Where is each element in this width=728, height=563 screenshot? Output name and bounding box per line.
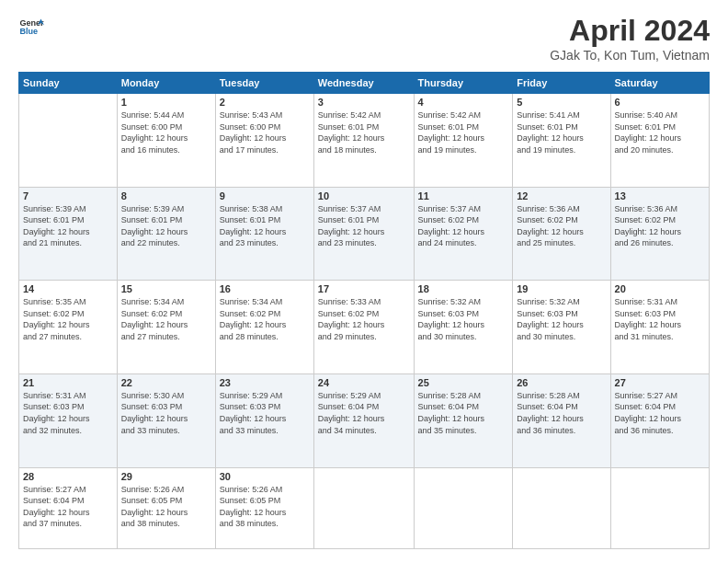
day-of-week-header: Saturday <box>610 73 709 94</box>
day-info: Sunrise: 5:31 AM Sunset: 6:03 PM Dayligh… <box>615 296 705 342</box>
day-info: Sunrise: 5:34 AM Sunset: 6:02 PM Dayligh… <box>121 296 211 342</box>
day-number: 24 <box>318 377 410 388</box>
day-info: Sunrise: 5:42 AM Sunset: 6:01 PM Dayligh… <box>418 109 509 155</box>
day-of-week-header: Monday <box>117 73 215 94</box>
day-number: 27 <box>615 377 705 388</box>
calendar-day-cell: 28Sunrise: 5:27 AM Sunset: 6:04 PM Dayli… <box>19 467 118 549</box>
day-number: 18 <box>418 283 509 294</box>
calendar-day-cell <box>610 467 709 549</box>
calendar-day-cell: 17Sunrise: 5:33 AM Sunset: 6:02 PM Dayli… <box>313 281 414 374</box>
calendar-day-cell <box>19 94 118 188</box>
day-info: Sunrise: 5:29 AM Sunset: 6:04 PM Dayligh… <box>318 390 410 436</box>
calendar-week-row: 14Sunrise: 5:35 AM Sunset: 6:02 PM Dayli… <box>19 281 710 374</box>
day-number: 6 <box>615 97 705 108</box>
day-number: 3 <box>318 97 410 108</box>
calendar-day-cell: 16Sunrise: 5:34 AM Sunset: 6:02 PM Dayli… <box>215 281 313 374</box>
calendar-day-cell: 5Sunrise: 5:41 AM Sunset: 6:01 PM Daylig… <box>513 94 610 188</box>
calendar-day-cell: 10Sunrise: 5:37 AM Sunset: 6:01 PM Dayli… <box>313 187 414 281</box>
day-number: 25 <box>418 377 509 388</box>
logo-icon: General Blue <box>18 14 44 40</box>
day-info: Sunrise: 5:39 AM Sunset: 6:01 PM Dayligh… <box>121 203 211 249</box>
day-number: 11 <box>418 190 509 201</box>
calendar-day-cell: 12Sunrise: 5:36 AM Sunset: 6:02 PM Dayli… <box>513 187 610 281</box>
day-number: 9 <box>220 190 310 201</box>
calendar-day-cell: 21Sunrise: 5:31 AM Sunset: 6:03 PM Dayli… <box>19 373 118 467</box>
day-number: 2 <box>220 97 310 108</box>
calendar-day-cell: 26Sunrise: 5:28 AM Sunset: 6:04 PM Dayli… <box>513 373 610 467</box>
day-info: Sunrise: 5:33 AM Sunset: 6:02 PM Dayligh… <box>318 296 410 342</box>
calendar-day-cell: 22Sunrise: 5:30 AM Sunset: 6:03 PM Dayli… <box>117 373 215 467</box>
day-info: Sunrise: 5:44 AM Sunset: 6:00 PM Dayligh… <box>121 109 211 155</box>
day-info: Sunrise: 5:35 AM Sunset: 6:02 PM Dayligh… <box>23 296 113 342</box>
day-info: Sunrise: 5:26 AM Sunset: 6:05 PM Dayligh… <box>220 484 310 530</box>
calendar-day-cell: 3Sunrise: 5:42 AM Sunset: 6:01 PM Daylig… <box>313 94 414 188</box>
day-info: Sunrise: 5:42 AM Sunset: 6:01 PM Dayligh… <box>318 109 410 155</box>
location: GJak To, Kon Tum, Vietnam <box>550 48 710 63</box>
day-info: Sunrise: 5:37 AM Sunset: 6:02 PM Dayligh… <box>418 203 509 249</box>
day-of-week-header: Sunday <box>19 73 118 94</box>
day-number: 15 <box>121 283 211 294</box>
day-info: Sunrise: 5:43 AM Sunset: 6:00 PM Dayligh… <box>220 109 310 155</box>
day-info: Sunrise: 5:29 AM Sunset: 6:03 PM Dayligh… <box>220 390 310 436</box>
day-number: 22 <box>121 377 211 388</box>
calendar-day-cell <box>414 467 513 549</box>
day-info: Sunrise: 5:28 AM Sunset: 6:04 PM Dayligh… <box>517 390 606 436</box>
calendar-day-cell: 24Sunrise: 5:29 AM Sunset: 6:04 PM Dayli… <box>313 373 414 467</box>
day-number: 20 <box>615 283 705 294</box>
calendar-day-cell: 27Sunrise: 5:27 AM Sunset: 6:04 PM Dayli… <box>610 373 709 467</box>
day-info: Sunrise: 5:32 AM Sunset: 6:03 PM Dayligh… <box>418 296 509 342</box>
calendar-week-row: 7Sunrise: 5:39 AM Sunset: 6:01 PM Daylig… <box>19 187 710 281</box>
calendar-day-cell: 23Sunrise: 5:29 AM Sunset: 6:03 PM Dayli… <box>215 373 313 467</box>
calendar-day-cell: 18Sunrise: 5:32 AM Sunset: 6:03 PM Dayli… <box>414 281 513 374</box>
day-number: 1 <box>121 97 211 108</box>
calendar-week-row: 21Sunrise: 5:31 AM Sunset: 6:03 PM Dayli… <box>19 373 710 467</box>
calendar-day-cell: 2Sunrise: 5:43 AM Sunset: 6:00 PM Daylig… <box>215 94 313 188</box>
day-of-week-header: Wednesday <box>313 73 414 94</box>
day-number: 8 <box>121 190 211 201</box>
day-info: Sunrise: 5:40 AM Sunset: 6:01 PM Dayligh… <box>615 109 705 155</box>
day-info: Sunrise: 5:27 AM Sunset: 6:04 PM Dayligh… <box>615 390 705 436</box>
calendar-day-cell: 29Sunrise: 5:26 AM Sunset: 6:05 PM Dayli… <box>117 467 215 549</box>
day-number: 12 <box>517 190 606 201</box>
day-number: 4 <box>418 97 509 108</box>
day-number: 14 <box>23 283 113 294</box>
calendar-day-cell: 6Sunrise: 5:40 AM Sunset: 6:01 PM Daylig… <box>610 94 709 188</box>
day-info: Sunrise: 5:28 AM Sunset: 6:04 PM Dayligh… <box>418 390 509 436</box>
calendar-day-cell: 19Sunrise: 5:32 AM Sunset: 6:03 PM Dayli… <box>513 281 610 374</box>
header: General Blue April 2024 GJak To, Kon Tum… <box>18 14 710 63</box>
day-info: Sunrise: 5:26 AM Sunset: 6:05 PM Dayligh… <box>121 484 211 530</box>
calendar-week-row: 1Sunrise: 5:44 AM Sunset: 6:00 PM Daylig… <box>19 94 710 188</box>
day-number: 21 <box>23 377 113 388</box>
day-of-week-header: Thursday <box>414 73 513 94</box>
day-number: 29 <box>121 471 211 482</box>
day-info: Sunrise: 5:38 AM Sunset: 6:01 PM Dayligh… <box>220 203 310 249</box>
day-of-week-header: Friday <box>513 73 610 94</box>
calendar-table: SundayMondayTuesdayWednesdayThursdayFrid… <box>18 72 710 549</box>
page: General Blue April 2024 GJak To, Kon Tum… <box>0 0 728 563</box>
calendar-day-cell: 4Sunrise: 5:42 AM Sunset: 6:01 PM Daylig… <box>414 94 513 188</box>
day-number: 10 <box>318 190 410 201</box>
day-number: 28 <box>23 471 113 482</box>
day-number: 23 <box>220 377 310 388</box>
calendar-header-row: SundayMondayTuesdayWednesdayThursdayFrid… <box>19 73 710 94</box>
calendar-day-cell: 14Sunrise: 5:35 AM Sunset: 6:02 PM Dayli… <box>19 281 118 374</box>
calendar-day-cell <box>513 467 610 549</box>
day-number: 26 <box>517 377 606 388</box>
day-number: 30 <box>220 471 310 482</box>
calendar-day-cell: 30Sunrise: 5:26 AM Sunset: 6:05 PM Dayli… <box>215 467 313 549</box>
day-number: 13 <box>615 190 705 201</box>
day-of-week-header: Tuesday <box>215 73 313 94</box>
calendar-day-cell: 11Sunrise: 5:37 AM Sunset: 6:02 PM Dayli… <box>414 187 513 281</box>
calendar-day-cell: 9Sunrise: 5:38 AM Sunset: 6:01 PM Daylig… <box>215 187 313 281</box>
calendar-day-cell: 25Sunrise: 5:28 AM Sunset: 6:04 PM Dayli… <box>414 373 513 467</box>
logo: General Blue <box>18 14 44 40</box>
day-info: Sunrise: 5:30 AM Sunset: 6:03 PM Dayligh… <box>121 390 211 436</box>
day-info: Sunrise: 5:32 AM Sunset: 6:03 PM Dayligh… <box>517 296 606 342</box>
day-info: Sunrise: 5:36 AM Sunset: 6:02 PM Dayligh… <box>517 203 606 249</box>
day-info: Sunrise: 5:27 AM Sunset: 6:04 PM Dayligh… <box>23 484 113 530</box>
day-info: Sunrise: 5:41 AM Sunset: 6:01 PM Dayligh… <box>517 109 606 155</box>
day-info: Sunrise: 5:39 AM Sunset: 6:01 PM Dayligh… <box>23 203 113 249</box>
calendar-day-cell: 1Sunrise: 5:44 AM Sunset: 6:00 PM Daylig… <box>117 94 215 188</box>
day-number: 17 <box>318 283 410 294</box>
day-info: Sunrise: 5:34 AM Sunset: 6:02 PM Dayligh… <box>220 296 310 342</box>
